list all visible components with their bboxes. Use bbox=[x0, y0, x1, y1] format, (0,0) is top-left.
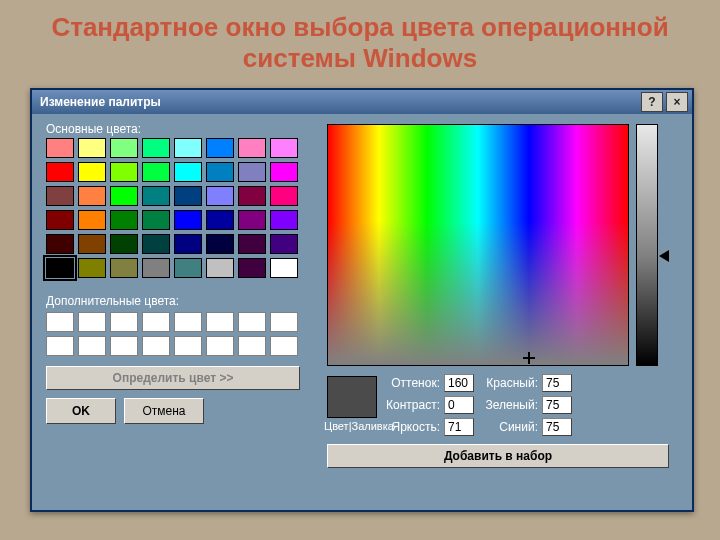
green-input[interactable] bbox=[542, 396, 572, 414]
basic-color-swatch[interactable] bbox=[270, 210, 298, 230]
basic-colors-grid bbox=[46, 138, 298, 278]
sat-label: Контраст: bbox=[384, 398, 440, 412]
help-button[interactable]: ? bbox=[641, 92, 663, 112]
basic-color-swatch[interactable] bbox=[174, 258, 202, 278]
lum-input[interactable] bbox=[444, 418, 474, 436]
custom-color-swatch[interactable] bbox=[174, 336, 202, 356]
basic-color-swatch[interactable] bbox=[78, 210, 106, 230]
basic-color-swatch[interactable] bbox=[78, 162, 106, 182]
basic-color-swatch[interactable] bbox=[46, 162, 74, 182]
ok-button[interactable]: OK bbox=[46, 398, 116, 424]
green-label: Зеленый: bbox=[480, 398, 538, 412]
basic-color-swatch[interactable] bbox=[270, 186, 298, 206]
add-to-set-button[interactable]: Добавить в набор bbox=[327, 444, 669, 468]
titlebar: Изменение палитры ? × bbox=[32, 90, 692, 114]
basic-color-swatch[interactable] bbox=[238, 258, 266, 278]
luminance-slider[interactable] bbox=[636, 124, 658, 366]
custom-color-swatch[interactable] bbox=[270, 312, 298, 332]
basic-color-swatch[interactable] bbox=[206, 258, 234, 278]
basic-color-swatch[interactable] bbox=[110, 210, 138, 230]
basic-colors-label: Основные цвета: bbox=[46, 122, 141, 136]
basic-color-swatch[interactable] bbox=[78, 258, 106, 278]
custom-color-swatch[interactable] bbox=[46, 336, 74, 356]
basic-color-swatch[interactable] bbox=[174, 162, 202, 182]
custom-colors-grid bbox=[46, 312, 298, 356]
custom-color-swatch[interactable] bbox=[142, 336, 170, 356]
custom-color-swatch[interactable] bbox=[46, 312, 74, 332]
basic-color-swatch[interactable] bbox=[174, 186, 202, 206]
basic-color-swatch[interactable] bbox=[142, 138, 170, 158]
custom-color-swatch[interactable] bbox=[238, 312, 266, 332]
color-dialog: Изменение палитры ? × Основные цвета: До… bbox=[30, 88, 694, 512]
custom-color-swatch[interactable] bbox=[238, 336, 266, 356]
basic-color-swatch[interactable] bbox=[238, 210, 266, 230]
basic-color-swatch[interactable] bbox=[142, 162, 170, 182]
basic-color-swatch[interactable] bbox=[238, 162, 266, 182]
color-preview bbox=[327, 376, 377, 418]
hue-input[interactable] bbox=[444, 374, 474, 392]
basic-color-swatch[interactable] bbox=[78, 138, 106, 158]
basic-color-swatch[interactable] bbox=[174, 234, 202, 254]
custom-color-swatch[interactable] bbox=[78, 312, 106, 332]
basic-color-swatch[interactable] bbox=[110, 258, 138, 278]
red-input[interactable] bbox=[542, 374, 572, 392]
basic-color-swatch[interactable] bbox=[270, 234, 298, 254]
basic-color-swatch[interactable] bbox=[142, 258, 170, 278]
basic-color-swatch[interactable] bbox=[206, 138, 234, 158]
define-color-button[interactable]: Определить цвет >> bbox=[46, 366, 300, 390]
dialog-title: Изменение палитры bbox=[36, 95, 638, 109]
luminance-arrow-icon bbox=[659, 250, 669, 262]
basic-color-swatch[interactable] bbox=[46, 186, 74, 206]
red-label: Красный: bbox=[480, 376, 538, 390]
basic-color-swatch[interactable] bbox=[206, 210, 234, 230]
hue-label: Оттенок: bbox=[384, 376, 440, 390]
custom-color-swatch[interactable] bbox=[270, 336, 298, 356]
basic-color-swatch[interactable] bbox=[142, 186, 170, 206]
basic-color-swatch[interactable] bbox=[206, 234, 234, 254]
basic-color-swatch[interactable] bbox=[238, 234, 266, 254]
custom-color-swatch[interactable] bbox=[142, 312, 170, 332]
blue-input[interactable] bbox=[542, 418, 572, 436]
basic-color-swatch[interactable] bbox=[110, 162, 138, 182]
blue-label: Синий: bbox=[480, 420, 538, 434]
custom-color-swatch[interactable] bbox=[78, 336, 106, 356]
custom-color-swatch[interactable] bbox=[110, 336, 138, 356]
cancel-button[interactable]: Отмена bbox=[124, 398, 204, 424]
dialog-body: Основные цвета: Дополнительные цвета: Оп… bbox=[32, 114, 692, 510]
basic-color-swatch[interactable] bbox=[110, 234, 138, 254]
basic-color-swatch[interactable] bbox=[46, 138, 74, 158]
sat-input[interactable] bbox=[444, 396, 474, 414]
close-button[interactable]: × bbox=[666, 92, 688, 112]
basic-color-swatch[interactable] bbox=[206, 186, 234, 206]
basic-color-swatch[interactable] bbox=[46, 234, 74, 254]
custom-color-swatch[interactable] bbox=[206, 312, 234, 332]
basic-color-swatch[interactable] bbox=[238, 138, 266, 158]
custom-color-swatch[interactable] bbox=[174, 312, 202, 332]
basic-color-swatch[interactable] bbox=[46, 258, 74, 278]
basic-color-swatch[interactable] bbox=[270, 138, 298, 158]
basic-color-swatch[interactable] bbox=[270, 162, 298, 182]
basic-color-swatch[interactable] bbox=[46, 210, 74, 230]
basic-color-swatch[interactable] bbox=[142, 210, 170, 230]
basic-color-swatch[interactable] bbox=[78, 186, 106, 206]
basic-color-swatch[interactable] bbox=[174, 210, 202, 230]
basic-color-swatch[interactable] bbox=[78, 234, 106, 254]
basic-color-swatch[interactable] bbox=[270, 258, 298, 278]
basic-color-swatch[interactable] bbox=[206, 162, 234, 182]
custom-color-swatch[interactable] bbox=[110, 312, 138, 332]
basic-color-swatch[interactable] bbox=[110, 138, 138, 158]
basic-color-swatch[interactable] bbox=[142, 234, 170, 254]
slide-title: Стандартное окно выбора цвета операционн… bbox=[0, 0, 720, 80]
basic-color-swatch[interactable] bbox=[238, 186, 266, 206]
basic-color-swatch[interactable] bbox=[110, 186, 138, 206]
color-gradient-picker[interactable] bbox=[327, 124, 629, 366]
lum-label: Яркость: bbox=[384, 420, 440, 434]
custom-color-swatch[interactable] bbox=[206, 336, 234, 356]
basic-color-swatch[interactable] bbox=[174, 138, 202, 158]
custom-colors-label: Дополнительные цвета: bbox=[46, 294, 179, 308]
